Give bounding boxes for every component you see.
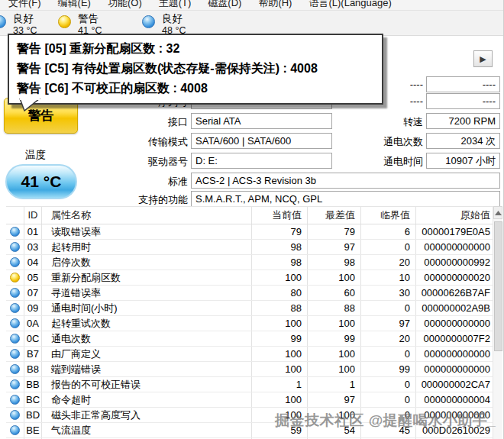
- table-scrollbar[interactable]: [493, 206, 502, 439]
- cell-threshold: 0: [361, 377, 416, 392]
- next-disk-button[interactable]: ▶: [473, 50, 493, 67]
- good-orb-icon: [10, 257, 20, 267]
- cell-attribute-name: 读取错误率: [42, 224, 252, 239]
- info-value-box: ----: [426, 76, 500, 92]
- cell-worst-value: 97: [308, 392, 361, 407]
- crystaldiskinfo-window: 文件(F)编辑(E)功能(O)主题(T)磁盘(D)帮助(H)语言(L)(Lang…: [0, 0, 504, 439]
- cell-attribute-name: 端到端错误: [42, 362, 252, 376]
- info-label: 标准: [107, 173, 188, 189]
- info-value-box: SATA/600 | SATA/600: [191, 133, 332, 149]
- header-id: ID: [24, 207, 42, 224]
- drive-tab-text: 良好33 °C: [13, 13, 37, 36]
- scrollbar-up-button[interactable]: [493, 206, 502, 219]
- header-name: 属性名称: [42, 207, 252, 224]
- menu-item-h[interactable]: 帮助(H): [250, 0, 300, 11]
- cell-current-value: 98: [252, 255, 308, 270]
- table-row[interactable]: 01读取错误率7979600000179E0A5: [6, 224, 493, 240]
- cell-raw-value: 000000000020: [416, 270, 493, 285]
- table-row[interactable]: 07寻道错误率80603000000626B7AF: [6, 286, 493, 301]
- cell-threshold: 6: [361, 224, 416, 239]
- cell-threshold: 99: [361, 362, 416, 376]
- info-value-box: ACS-2 | ACS-3 Revision 3b: [191, 173, 500, 189]
- scrollbar-thumb[interactable]: [494, 221, 502, 351]
- cell-current-value: 79: [252, 224, 308, 239]
- cell-attribute-name: 通电次数: [42, 331, 252, 346]
- good-orb-icon: [10, 379, 20, 389]
- menu-item-llanguage[interactable]: 语言(L)(Language): [300, 0, 399, 11]
- table-row[interactable]: BB报告的不可校正错误110000000002CA7: [6, 377, 493, 392]
- table-row[interactable]: BC命令超时100970000000000004: [6, 392, 493, 408]
- table-row[interactable]: B8端到端错误10010099000000000000: [6, 362, 493, 377]
- info-value-box: 10907 小时: [426, 153, 500, 169]
- cell-attribute-name: 起转重试次数: [42, 316, 252, 331]
- good-orb-icon: [10, 288, 20, 298]
- cell-raw-value: 000000000004: [416, 392, 493, 407]
- cell-worst-value: 100: [308, 362, 361, 376]
- row-status-cell: [6, 377, 24, 392]
- good-orb-icon: [142, 15, 155, 28]
- drive-tab-text: 良好48 °C: [162, 13, 186, 36]
- table-row[interactable]: 0C通电次数9999200000000007F2: [6, 331, 493, 347]
- cell-worst-value: 1: [308, 377, 361, 392]
- temperature-label: 温度: [25, 148, 46, 162]
- good-orb-icon: [10, 242, 20, 252]
- cell-id: 0C: [24, 331, 42, 346]
- info-value-box: D: E:: [191, 153, 332, 169]
- menu-item-f[interactable]: 文件(F): [0, 0, 50, 11]
- table-row[interactable]: 0A起转重试次数10010097000000000000: [6, 316, 493, 331]
- menu-item-t[interactable]: 主题(T): [150, 0, 200, 11]
- good-orb-icon: [0, 15, 6, 28]
- cell-threshold: 20: [361, 255, 416, 270]
- menu-item-d[interactable]: 磁盘(D): [199, 0, 250, 11]
- cell-id: BD: [24, 408, 42, 422]
- table-row[interactable]: B7由厂商定义1001000000000000000: [6, 347, 493, 362]
- table-row[interactable]: 03起转用时98970000000000000: [6, 240, 493, 255]
- info-row-right: 转速7200 RPM: [359, 113, 500, 129]
- good-orb-icon: [10, 318, 20, 328]
- info-row-right: 通电次数2034 次: [359, 133, 500, 149]
- header-raw: 原始值: [416, 207, 493, 224]
- menu-item-e[interactable]: 编辑(E): [50, 0, 99, 11]
- cell-attribute-name: 重新分配扇区数: [42, 270, 252, 285]
- cell-raw-value: 0000000007F2: [416, 331, 493, 346]
- cell-id: 07: [24, 286, 42, 300]
- drive-tab-2[interactable]: 警告41 °C: [58, 13, 102, 36]
- drive-tab-status: 良好: [13, 13, 37, 25]
- table-row[interactable]: 05重新分配扇区数10010010000000000020: [6, 270, 493, 286]
- cell-id: 05: [24, 270, 42, 285]
- cell-threshold: 97: [361, 316, 416, 331]
- menu-item-o[interactable]: 功能(O): [99, 0, 150, 11]
- table-row[interactable]: 04启停次数989820000000000992: [6, 255, 493, 270]
- temperature-button[interactable]: 41 °C: [5, 164, 77, 199]
- row-status-cell: [6, 423, 24, 437]
- info-value-box: Serial ATA: [191, 113, 332, 129]
- info-row-right: 通电时间10907 小时: [359, 153, 500, 169]
- cell-raw-value: 000000000000: [416, 240, 493, 254]
- info-value-box: S.M.A.R.T., APM, NCQ, GPL: [191, 191, 500, 207]
- cell-attribute-name: 通电时间(小时): [42, 301, 252, 315]
- cell-id: B8: [24, 362, 42, 376]
- info-label: 支持的功能: [107, 191, 188, 207]
- cell-id: 09: [24, 301, 42, 315]
- info-label: 通电次数: [359, 133, 423, 149]
- cell-threshold: 0: [361, 392, 416, 407]
- good-orb-icon: [10, 425, 20, 435]
- good-orb-icon: [10, 364, 20, 374]
- cell-threshold: 0: [361, 301, 416, 315]
- cell-threshold: 20: [361, 331, 416, 346]
- cell-id: B7: [24, 347, 42, 361]
- row-status-cell: [6, 331, 24, 346]
- good-orb-icon: [10, 227, 20, 237]
- table-row[interactable]: 09通电时间(小时)88880000000002A9B: [6, 301, 493, 316]
- info-value-box: 7200 RPM: [426, 113, 500, 129]
- cell-worst-value: 100: [308, 347, 361, 361]
- drive-tab-1[interactable]: 良好33 °C: [0, 13, 37, 36]
- cell-current-value: 100: [252, 316, 308, 331]
- drive-tab-3[interactable]: 良好48 °C: [142, 13, 186, 36]
- good-orb-icon: [10, 410, 20, 420]
- tooltip-warning-line: 警告 [C6] 不可校正的扇区数 : 4008: [17, 79, 374, 98]
- cell-raw-value: 000000002A9B: [416, 301, 493, 315]
- cell-id: BC: [24, 392, 42, 407]
- cell-worst-value: 79: [308, 224, 361, 239]
- header-th: 临界值: [361, 207, 416, 224]
